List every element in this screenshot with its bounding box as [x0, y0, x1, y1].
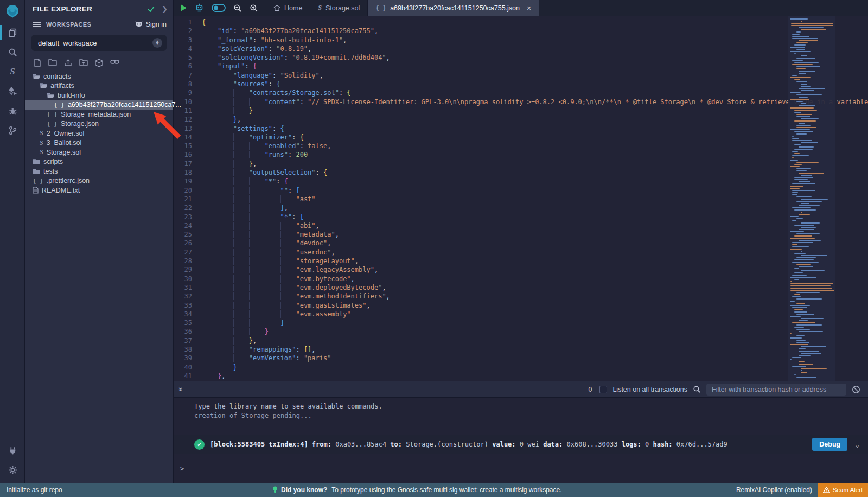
- github-icon: [135, 21, 143, 28]
- run-script-icon[interactable]: [180, 4, 187, 12]
- code-line-30: 30 "evm.bytecode",: [174, 275, 868, 283]
- status-bar: Initialize as git repo Did you know? To …: [0, 483, 868, 497]
- git-init-status[interactable]: Initialize as git repo: [7, 486, 62, 494]
- code-line-33: 33 "evm.gasEstimates",: [174, 301, 868, 310]
- terminal-body[interactable]: Type the library name to see available c…: [174, 398, 868, 482]
- code-line-10: 10 "content": "// SPDX-License-Identifie…: [174, 98, 868, 106]
- collapse-terminal-icon[interactable]: »: [177, 387, 185, 391]
- settings-icon[interactable]: [0, 460, 25, 480]
- terminal-header: » 0 Listen on all transactions: [174, 381, 868, 398]
- home-icon: [273, 4, 280, 11]
- tree-item-2-owner-sol[interactable]: S2_Owner.sol: [25, 129, 173, 138]
- sign-in-label: Sign in: [146, 21, 167, 28]
- code-line-38: 38 "remappings": [],: [174, 345, 868, 354]
- check-icon[interactable]: [147, 5, 155, 12]
- code-line-20: 20 "": [: [174, 186, 868, 195]
- expand-log-chevron-icon[interactable]: ⌄: [855, 441, 859, 449]
- menu-icon[interactable]: [33, 21, 41, 28]
- code-line-11: 11 }: [174, 106, 868, 115]
- tree-item-contracts[interactable]: contracts: [25, 72, 173, 81]
- tree-item-storage-json[interactable]: { }Storage.json: [25, 119, 173, 129]
- tree-item-storage-metadata-json[interactable]: { }Storage_metadata.json: [25, 110, 173, 119]
- success-check-icon: ✔: [194, 439, 205, 450]
- code-line-21: 21 "ast": [174, 195, 868, 203]
- file-explorer-icon[interactable]: [0, 23, 25, 42]
- tree-item-storage-sol[interactable]: SStorage.sol: [25, 148, 173, 157]
- code-line-25: 25 "metadata",: [174, 230, 868, 239]
- tree-item-readme-txt[interactable]: README.txt: [25, 186, 173, 195]
- code-line-41: 41 },: [174, 372, 868, 380]
- deploy-run-icon[interactable]: [0, 81, 25, 101]
- remixai-robot-icon[interactable]: [195, 3, 204, 12]
- new-folder-icon[interactable]: [48, 59, 57, 67]
- tree-item-build-info[interactable]: build-info: [25, 91, 173, 100]
- plugin-manager-icon[interactable]: [0, 441, 25, 460]
- scam-alert-label: Scam Alert: [833, 487, 863, 493]
- code-line-6: 6 "input": {: [174, 62, 868, 71]
- remix-logo[interactable]: [0, 0, 25, 23]
- tree-item-a69b43f277ba20fcac141151250ca7-[interactable]: { }a69b43f277ba20fcac141151250ca7...: [25, 100, 173, 110]
- debugger-icon[interactable]: [0, 101, 25, 120]
- search-icon[interactable]: [693, 385, 701, 393]
- zoom-in-icon[interactable]: [250, 4, 258, 12]
- search-icon[interactable]: [0, 42, 25, 62]
- solidity-compiler-icon[interactable]: S: [0, 62, 25, 81]
- did-you-know-tip: Did you know? To prototype using the Gno…: [272, 486, 562, 494]
- code-line-39: 39 "evmVersion": "paris": [174, 354, 868, 362]
- file-explorer-panel: FILE EXPLORER ❯ WORKSPACES Sign in defau…: [25, 0, 174, 483]
- tree-item--prettierrc-json[interactable]: { }.prettierrc.json: [25, 176, 173, 186]
- workspace-select[interactable]: default_workspace ▲▼: [31, 35, 167, 51]
- code-line-34: 34 "evm.assembly": [174, 310, 868, 318]
- tab-label: a69b43f277ba20fcac141151250ca755.json: [390, 4, 520, 12]
- terminal-panel: » 0 Listen on all transactions Type the …: [174, 381, 868, 483]
- code-line-12: 12 },: [174, 115, 868, 124]
- tree-item-artifacts[interactable]: artifacts: [25, 81, 173, 91]
- transaction-log-text: [block:5583405 txIndex:4] from: 0xa03...…: [210, 441, 727, 448]
- close-tab-icon[interactable]: ×: [527, 4, 531, 12]
- upload-file-icon[interactable]: [64, 59, 72, 67]
- code-lines: 1{2 "id": "a69b43f277ba20fcac141151250ca…: [174, 16, 868, 380]
- sign-in-button[interactable]: Sign in: [135, 21, 167, 28]
- editor[interactable]: Home S Storage.sol { } a69b43f277ba20fca…: [174, 0, 868, 381]
- scam-alert-button[interactable]: Scam Alert: [818, 483, 868, 497]
- tab-label: Home: [284, 4, 302, 12]
- code-line-23: 23 "*": [: [174, 213, 868, 221]
- git-icon[interactable]: [0, 120, 25, 140]
- code-line-3: 3 "_format": "hh-sol-build-info-1",: [174, 36, 868, 44]
- tab-label: Storage.sol: [326, 4, 360, 12]
- tab-home[interactable]: Home: [266, 0, 310, 16]
- terminal-prompt[interactable]: >: [180, 465, 184, 473]
- code-line-40: 40 }: [174, 363, 868, 372]
- code-line-24: 24 "abi",: [174, 221, 868, 230]
- code-line-19: 19 "*": {: [174, 177, 868, 186]
- clear-console-icon[interactable]: [852, 385, 860, 394]
- cube-icon[interactable]: [95, 59, 103, 67]
- zoom-out-icon[interactable]: [233, 4, 242, 12]
- minimap[interactable]: [788, 16, 835, 381]
- link-icon[interactable]: [110, 59, 119, 67]
- chevron-right-icon[interactable]: ❯: [162, 5, 168, 13]
- workspaces-label: WORKSPACES: [46, 21, 135, 28]
- copilot-status[interactable]: RemixAI Copilot (enabled): [736, 486, 812, 494]
- code-line-2: 2 "id": "a69b43f277ba20fcac141151250ca75…: [174, 27, 868, 35]
- tab-build-info-json[interactable]: { } a69b43f277ba20fcac141151250ca755.jso…: [368, 0, 539, 16]
- transaction-count: 0: [588, 386, 592, 393]
- copilot-toggle[interactable]: [212, 4, 226, 12]
- code-line-7: 7 "language": "Solidity",: [174, 71, 868, 80]
- transaction-filter-input[interactable]: [706, 384, 846, 396]
- tree-item-scripts[interactable]: scripts: [25, 157, 173, 167]
- code-line-4: 4 "solcVersion": "0.8.19",: [174, 44, 868, 53]
- code-editor[interactable]: 1{2 "id": "a69b43f277ba20fcac141151250ca…: [174, 16, 868, 381]
- code-line-18: 18 "outputSelection": {: [174, 168, 868, 177]
- debug-button[interactable]: Debug: [812, 438, 847, 451]
- tree-item-tests[interactable]: tests: [25, 167, 173, 176]
- code-line-15: 15 "enabled": false,: [174, 142, 868, 150]
- listen-checkbox[interactable]: [599, 386, 607, 393]
- tab-storage-sol[interactable]: S Storage.sol: [310, 0, 368, 16]
- transaction-log-row[interactable]: ✔ [block:5583405 txIndex:4] from: 0xa03.…: [174, 435, 868, 454]
- lightbulb-icon: [272, 486, 278, 494]
- upload-folder-icon[interactable]: [79, 59, 88, 67]
- tree-item-3-ballot-sol[interactable]: S3_Ballot.sol: [25, 138, 173, 148]
- new-file-icon[interactable]: [34, 59, 41, 67]
- code-line-8: 8 "sources": {: [174, 80, 868, 88]
